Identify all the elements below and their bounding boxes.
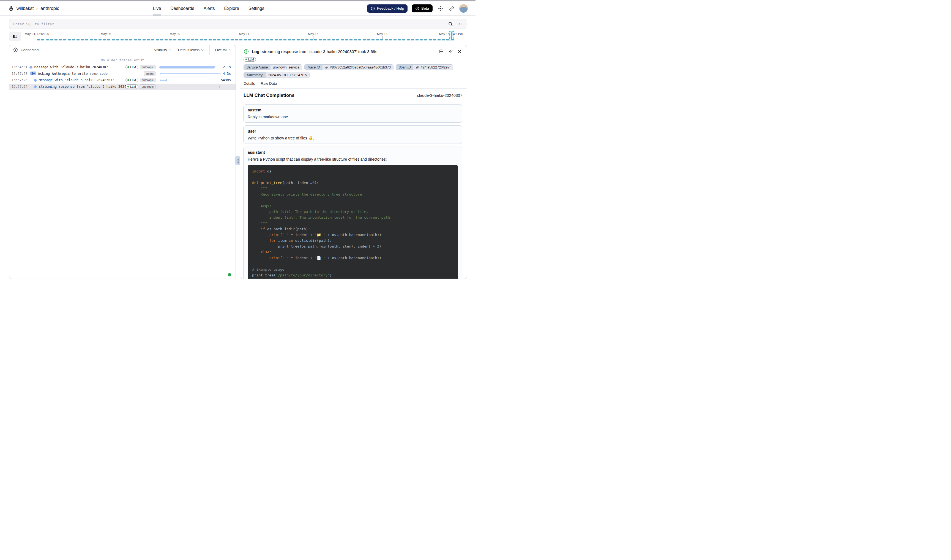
header-actions: Feedback / Help Beta xyxy=(367,2,468,15)
live-indicator-dot xyxy=(228,273,231,277)
trace-row[interactable]: 13:57:202−Asking Anthropic to write some… xyxy=(9,71,236,77)
control-label: Default levels xyxy=(178,48,199,52)
code-token: def xyxy=(252,181,260,185)
control-label: Live tail xyxy=(215,48,227,52)
timeline-dashed-line xyxy=(37,39,454,40)
user-avatar[interactable] xyxy=(459,4,468,13)
tab-alerts[interactable]: Alerts xyxy=(203,2,215,15)
breadcrumb-project[interactable]: anthropic xyxy=(40,6,59,11)
detail-tab-details[interactable]: Details xyxy=(244,82,255,88)
duration-bar-area xyxy=(159,71,220,77)
code-token: import xyxy=(252,169,265,173)
feedback-help-button[interactable]: Feedback / Help xyxy=(367,5,407,13)
breadcrumb: willbakst › anthropic xyxy=(8,2,59,15)
trace-row[interactable]: 13:54:51Message with 'claude-3-haiku-202… xyxy=(9,64,236,71)
llm-dot-icon xyxy=(245,58,247,60)
code-token: '/path/to/your/directory' xyxy=(276,273,330,277)
code-token: print xyxy=(270,233,280,237)
meta-badge-value-text: #24fe5822720f297f xyxy=(421,65,450,69)
message-card-user: userWrite Python to show a tree of files… xyxy=(243,125,462,144)
timeline: May 04, 13:54:00May 06May 09May 11May 13… xyxy=(9,31,466,42)
meta-badge-value: unknown_service xyxy=(270,65,302,70)
trace-row[interactable]: 13:57:20Message with 'claude-3-haiku-202… xyxy=(9,77,236,84)
meta-badge-label: Timestamp xyxy=(244,72,266,78)
code-token: """ xyxy=(252,186,267,191)
code-token: print xyxy=(270,256,280,260)
sql-filter-input[interactable] xyxy=(9,19,448,29)
code-token: print_tree( xyxy=(252,273,276,277)
span-message: streaming response from 'claude-3-haiku-… xyxy=(262,49,377,54)
trace-row-tags: LLManthropic xyxy=(125,78,156,82)
meta-badge-span-id: Span ID#24fe5822720f297f xyxy=(396,65,453,70)
logfire-logo-icon[interactable] xyxy=(8,6,14,11)
sql-filter-bar xyxy=(9,19,466,29)
span-level-label: Log: xyxy=(252,49,262,54)
span-detail-header: Log: streaming response from 'claude-3-h… xyxy=(240,45,467,54)
code-token: Args: xyxy=(252,204,271,208)
beta-button[interactable]: Beta xyxy=(412,5,433,12)
message-role: user xyxy=(248,129,458,134)
timeline-rail[interactable]: May 04, 13:54:00May 06May 09May 11May 13… xyxy=(37,31,451,42)
trace-row[interactable]: 13:57:24streaming response from 'claude-… xyxy=(9,84,236,90)
detail-tab-raw-data[interactable]: Raw Data xyxy=(260,82,277,88)
control-live-tail[interactable]: Live tail xyxy=(210,45,232,55)
code-line: """ xyxy=(252,186,453,191)
reader-view-icon[interactable] xyxy=(439,49,444,54)
code-line: for item in os.listdir(path): xyxy=(252,238,453,243)
tab-live[interactable]: Live xyxy=(153,2,161,15)
code-line xyxy=(252,197,453,203)
code-token xyxy=(252,256,270,260)
trace-row-duration: 2.1s xyxy=(223,65,231,69)
code-token: ) xyxy=(330,273,332,277)
meta-badge-label: Span ID xyxy=(396,65,413,70)
search-icon[interactable] xyxy=(448,21,453,27)
llm-tag-label: LLM xyxy=(130,78,136,82)
code-token: """ xyxy=(252,221,267,225)
breadcrumb-org[interactable]: willbakst xyxy=(17,6,34,11)
code-token xyxy=(252,227,260,231)
meta-badge-value[interactable]: #8073c52a62ffb9ba05c4aa948d01b373 xyxy=(322,65,393,70)
timeline-tick-line xyxy=(382,36,382,39)
code-token: in xyxy=(289,238,293,243)
scope-tag-anthropic: anthropic xyxy=(140,65,156,69)
timeline-tick-label: May 13 xyxy=(308,32,318,35)
trace-row-text: Message with 'claude-3-haiku-20240307' xyxy=(39,78,114,82)
more-options-icon[interactable] xyxy=(457,21,462,27)
timeline-tick-label: May 16 xyxy=(377,32,387,35)
trace-row-tags: LLManthropic xyxy=(125,65,156,69)
tab-settings[interactable]: Settings xyxy=(248,2,264,15)
tab-explore[interactable]: Explore xyxy=(224,2,239,15)
trace-row-text: streaming response from 'claude-3-haiku-… xyxy=(39,85,132,89)
code-token xyxy=(252,233,270,237)
meta-badge-value[interactable]: #24fe5822720f297f xyxy=(413,65,453,70)
code-block: import os def print_tree(path, indent=0)… xyxy=(248,165,458,279)
panel-resize-handle[interactable] xyxy=(235,156,240,165)
duration-bar xyxy=(160,72,220,75)
span-diamond-icon xyxy=(29,65,33,69)
code-token: ( xyxy=(280,233,282,237)
trace-row-tags: logfire xyxy=(143,72,156,76)
code-line: """ xyxy=(252,220,453,226)
trace-row-duration: 4.3s xyxy=(223,72,231,75)
llm-tag-label: LLM xyxy=(130,65,136,69)
chevron-down-icon xyxy=(229,48,232,51)
close-icon[interactable] xyxy=(457,49,462,54)
code-token: ): xyxy=(314,181,319,185)
copy-link-icon[interactable] xyxy=(448,49,453,54)
trace-list-header: Connected VisibilityDefault levelsLive t… xyxy=(9,45,236,55)
scope-tag-anthropic: anthropic xyxy=(140,78,156,82)
code-token xyxy=(252,250,260,254)
share-link-icon[interactable] xyxy=(448,5,455,12)
sidebar-toggle-button[interactable] xyxy=(9,32,21,41)
theme-toggle-icon[interactable] xyxy=(437,5,444,12)
meta-badge-timestamp: Timestamp2024-05-18 13:57:24.915 xyxy=(244,72,310,78)
code-line: def print_tree(path, indent=0): xyxy=(252,180,453,186)
meta-badge-trace-id: Trace ID#8073c52a62ffb9ba05c4aa948d01b37… xyxy=(304,65,393,70)
gear-icon[interactable] xyxy=(13,48,18,52)
message-body: Write Python to show a tree of files 🤞. xyxy=(248,136,458,140)
control-visibility[interactable]: Visibility xyxy=(154,45,171,55)
span-meta-badges: Service Nameunknown_serviceTrace ID#8073… xyxy=(244,65,462,78)
control-default-levels[interactable]: Default levels xyxy=(178,45,204,55)
code-token: * indent + xyxy=(289,256,314,260)
tab-dashboards[interactable]: Dashboards xyxy=(170,2,194,15)
